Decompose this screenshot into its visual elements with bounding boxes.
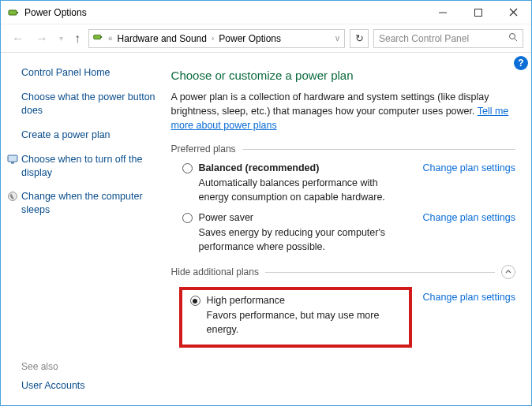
forward-button[interactable]: → — [32, 32, 51, 46]
plan-high-title: High performance — [207, 295, 396, 306]
breadcrumb-hardware[interactable]: Hardware and Sound — [118, 33, 207, 44]
battery-icon — [7, 6, 20, 19]
change-settings-balanced[interactable]: Change plan settings — [423, 162, 515, 173]
svg-rect-0 — [9, 10, 17, 15]
window-controls — [425, 1, 531, 24]
maximize-button[interactable] — [460, 1, 496, 24]
svg-rect-6 — [94, 35, 101, 39]
page-description: A power plan is a collection of hardware… — [171, 90, 515, 132]
search-placeholder: Search Control Panel — [379, 33, 469, 44]
control-panel-home-link[interactable]: Control Panel Home — [21, 67, 159, 78]
minimize-button[interactable] — [425, 1, 460, 24]
svg-rect-3 — [474, 9, 481, 16]
address-dropdown[interactable]: v — [334, 34, 341, 43]
radio-high-performance[interactable] — [190, 296, 200, 306]
plan-saver-desc: Saves energy by reducing your computer's… — [199, 226, 409, 254]
window-frame: Power Options ← → ▾ ↑ « Ha — [0, 0, 532, 406]
battery-icon — [92, 32, 103, 45]
svg-point-8 — [510, 34, 515, 39]
plan-high-desc: Favors performance, but may use more ene… — [207, 309, 396, 337]
collapse-toggle-icon[interactable] — [501, 265, 515, 279]
plan-balanced-title: Balanced (recommended) — [199, 162, 409, 173]
sidebar-item-power-button[interactable]: Choose what the power button does — [21, 91, 159, 117]
sidebar: Control Panel Home Choose what the power… — [1, 53, 167, 405]
svg-rect-11 — [11, 162, 14, 164]
highlighted-plan-box: High performance Favors performance, but… — [179, 287, 412, 348]
plan-saver-title: Power saver — [199, 212, 409, 223]
search-icon — [508, 32, 518, 44]
svg-rect-1 — [17, 12, 18, 13]
breadcrumb-separator: « — [107, 34, 114, 43]
window-title: Power Options — [24, 7, 425, 18]
hide-additional-section[interactable]: Hide additional plans — [171, 265, 515, 279]
monitor-icon — [7, 154, 18, 165]
plan-balanced-desc: Automatically balances performance with … — [199, 177, 409, 204]
svg-line-9 — [515, 39, 517, 41]
history-dropdown[interactable]: ▾ — [56, 34, 66, 43]
plan-power-saver: Power saver Saves energy by reducing you… — [171, 212, 515, 254]
preferred-plans-section: Preferred plans — [171, 143, 515, 155]
chevron-right-icon: › — [210, 34, 215, 43]
moon-icon — [7, 191, 18, 202]
back-button[interactable]: ← — [9, 32, 28, 46]
sidebar-item-computer-sleeps[interactable]: Change when the computer sleeps — [21, 190, 159, 217]
change-settings-high[interactable]: Change plan settings — [423, 292, 515, 303]
sidebar-item-create-plan[interactable]: Create a power plan — [21, 129, 159, 142]
refresh-button[interactable]: ↻ — [350, 29, 369, 48]
search-input[interactable]: Search Control Panel — [373, 29, 523, 48]
svg-rect-7 — [101, 36, 103, 38]
help-icon[interactable]: ? — [514, 56, 528, 70]
change-settings-saver[interactable]: Change plan settings — [423, 212, 515, 223]
user-accounts-link[interactable]: User Accounts — [21, 380, 159, 391]
radio-power-saver[interactable] — [182, 213, 193, 223]
see-also-label: See also — [21, 361, 159, 372]
radio-balanced[interactable] — [182, 163, 193, 173]
up-button[interactable]: ↑ — [71, 32, 84, 46]
close-button[interactable] — [496, 1, 531, 24]
sidebar-item-turn-off-display[interactable]: Choose when to turn off the display — [21, 153, 159, 180]
main-panel: ? Choose or customize a power plan A pow… — [167, 53, 531, 405]
content-area: Control Panel Home Choose what the power… — [1, 53, 531, 405]
svg-rect-10 — [8, 155, 17, 162]
address-bar[interactable]: « Hardware and Sound › Power Options v — [88, 29, 345, 48]
plan-high-performance: High performance Favors performance, but… — [190, 295, 404, 337]
plan-balanced: Balanced (recommended) Automatically bal… — [171, 162, 515, 204]
titlebar: Power Options — [1, 1, 531, 24]
page-heading: Choose or customize a power plan — [171, 69, 515, 82]
breadcrumb-power-options[interactable]: Power Options — [219, 33, 281, 44]
nav-toolbar: ← → ▾ ↑ « Hardware and Sound › Power Opt… — [1, 24, 531, 53]
